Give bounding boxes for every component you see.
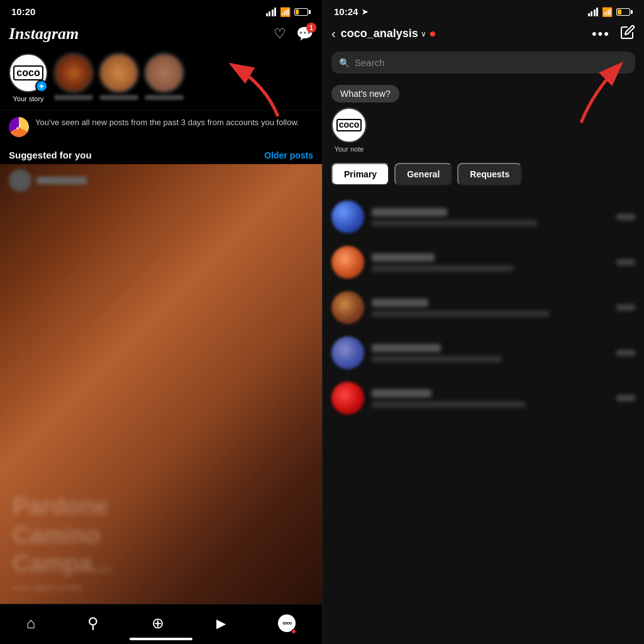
conv-time-4 bbox=[616, 350, 635, 356]
story-item-3[interactable] bbox=[99, 53, 138, 103]
list-item[interactable] bbox=[323, 194, 644, 240]
post-header bbox=[0, 164, 322, 197]
right-status-icons: 📶 bbox=[588, 7, 633, 17]
conv-avatar-5 bbox=[331, 382, 364, 414]
story-avatar-wrap-reza bbox=[54, 53, 93, 92]
search-icon: 🔍 bbox=[339, 58, 350, 68]
tab-requests[interactable]: Requests bbox=[457, 163, 522, 186]
story-avatar-blurred-1 bbox=[54, 53, 93, 92]
tabs-row: Primary General Requests bbox=[323, 159, 644, 192]
suggested-label: Suggested for you bbox=[9, 150, 92, 160]
left-header: Instagram ♡ 💬 1 bbox=[0, 21, 322, 50]
story-label-blurred-3 bbox=[145, 95, 184, 100]
conv-avatar-2 bbox=[331, 246, 364, 279]
story-avatar-blurred-2 bbox=[99, 53, 138, 92]
right-signal-icon bbox=[588, 8, 599, 16]
blurred-post-area: PardoneCaminoCampa... some caption text … bbox=[0, 164, 322, 604]
list-item[interactable] bbox=[323, 375, 644, 421]
conv-avatar-1 bbox=[331, 201, 364, 233]
conv-info-3 bbox=[372, 299, 609, 317]
left-status-bar: 10:20 📶 bbox=[0, 0, 322, 21]
older-posts-link[interactable]: Older posts bbox=[264, 150, 313, 160]
conv-time-2 bbox=[616, 259, 635, 265]
search-bar[interactable]: 🔍 Search bbox=[331, 52, 635, 74]
conv-avatar-4 bbox=[331, 336, 364, 369]
notice-text: You've seen all new posts from the past … bbox=[35, 117, 299, 128]
checkmark-icon: ✓ bbox=[15, 122, 23, 132]
suggested-row: Suggested for you Older posts bbox=[0, 143, 322, 164]
conv-time-5 bbox=[616, 395, 635, 401]
back-button[interactable]: ‹ bbox=[331, 26, 336, 41]
note-coco-logo: coco bbox=[336, 119, 362, 131]
signal-icon bbox=[266, 8, 277, 16]
right-header: ‹ coco_analysis ∨ ••• bbox=[323, 21, 644, 49]
conv-info-5 bbox=[372, 389, 609, 408]
add-story-button[interactable]: + bbox=[35, 80, 48, 92]
left-status-icons: 📶 bbox=[266, 7, 311, 17]
note-avatar: coco bbox=[331, 108, 367, 143]
conv-avatar-3 bbox=[331, 291, 364, 324]
story-avatar-blurred-3 bbox=[145, 53, 184, 92]
post-background: PardoneCaminoCampa... some caption text … bbox=[0, 164, 322, 604]
story-label-blurred-1 bbox=[54, 95, 93, 100]
reels-nav-icon[interactable]: ▶ bbox=[216, 616, 226, 631]
add-nav-icon[interactable]: ⊕ bbox=[152, 614, 164, 632]
list-item[interactable] bbox=[323, 240, 644, 285]
list-item[interactable] bbox=[323, 330, 644, 375]
right-battery-icon bbox=[616, 8, 633, 16]
compose-icon[interactable] bbox=[620, 25, 635, 43]
conv-name-1 bbox=[372, 208, 447, 216]
whats-new-section: What's new? coco Your note bbox=[323, 80, 644, 159]
stories-row: coco + Your story bbox=[0, 50, 322, 110]
profile-dot bbox=[291, 629, 296, 634]
post-caption: some caption text here bbox=[13, 584, 309, 591]
conv-time-3 bbox=[616, 304, 635, 311]
story-avatar-wrap-4 bbox=[145, 53, 184, 92]
list-item[interactable] bbox=[323, 285, 644, 330]
more-options-icon[interactable]: ••• bbox=[592, 26, 610, 42]
your-note-label: Your note bbox=[335, 145, 364, 153]
back-title: ‹ coco_analysis ∨ bbox=[331, 26, 435, 41]
left-time: 10:20 bbox=[11, 6, 35, 17]
story-item-your-story[interactable]: coco + Your story bbox=[9, 53, 48, 103]
heart-icon[interactable]: ♡ bbox=[274, 26, 286, 42]
compose-svg bbox=[620, 25, 635, 40]
story-item-reza[interactable] bbox=[54, 53, 93, 103]
conv-msg-3 bbox=[372, 311, 550, 317]
post-avatar bbox=[9, 169, 31, 192]
right-panel: 10:24 ➤ 📶 ‹ coco_analysis bbox=[322, 0, 644, 644]
conv-msg-2 bbox=[372, 265, 514, 272]
notice-icon: ✓ bbox=[9, 117, 29, 137]
tab-primary[interactable]: Primary bbox=[331, 163, 389, 186]
home-indicator bbox=[130, 638, 192, 640]
story-item-4[interactable] bbox=[145, 53, 184, 103]
left-panel: 10:20 📶 Instagram ♡ 💬 1 bbox=[0, 0, 322, 644]
tab-general[interactable]: General bbox=[394, 163, 452, 186]
story-avatar-wrap-3 bbox=[99, 53, 138, 92]
coco-logo: coco bbox=[13, 65, 43, 80]
right-time: 10:24 bbox=[334, 6, 358, 17]
conv-name-4 bbox=[372, 344, 441, 352]
search-nav-icon[interactable]: ⚲ bbox=[87, 614, 99, 632]
conv-name-3 bbox=[372, 299, 428, 307]
wifi-icon: 📶 bbox=[280, 7, 291, 17]
conv-msg-1 bbox=[372, 220, 538, 226]
conv-name-5 bbox=[372, 389, 431, 397]
your-note-item[interactable]: coco Your note bbox=[331, 108, 367, 153]
conv-info-4 bbox=[372, 344, 609, 362]
right-status-bar: 10:24 ➤ 📶 bbox=[323, 0, 644, 21]
story-label-blurred-2 bbox=[99, 95, 138, 100]
home-nav-icon[interactable]: ⌂ bbox=[26, 614, 36, 632]
conv-time-1 bbox=[616, 214, 635, 220]
whats-new-bubble[interactable]: What's new? bbox=[331, 85, 399, 103]
your-story-avatar-wrap: coco + bbox=[9, 53, 48, 92]
conv-name-2 bbox=[372, 253, 435, 262]
conversation-list bbox=[323, 192, 644, 644]
your-story-label: Your story bbox=[13, 95, 43, 103]
location-arrow-icon: ➤ bbox=[362, 8, 368, 16]
online-dot bbox=[430, 31, 435, 36]
search-placeholder: Search bbox=[355, 57, 385, 68]
messenger-icon-wrap[interactable]: 💬 1 bbox=[296, 26, 313, 42]
username-dropdown[interactable]: coco_analysis ∨ bbox=[341, 27, 435, 40]
profile-nav-avatar[interactable]: coco bbox=[278, 614, 296, 632]
